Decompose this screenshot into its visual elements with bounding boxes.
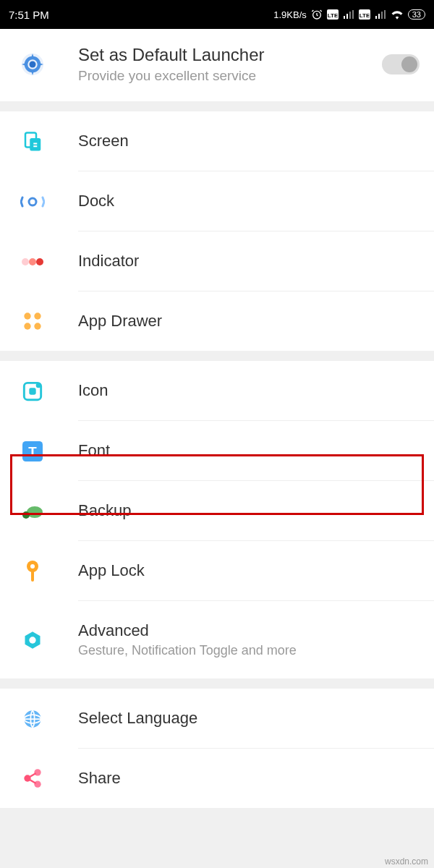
settings-item-icon[interactable]: Icon bbox=[0, 361, 434, 421]
share-icon bbox=[19, 768, 46, 788]
settings-item-select-language[interactable]: Select Language bbox=[0, 689, 434, 749]
svg-point-26 bbox=[30, 564, 35, 569]
header-section: Set as Default Launcher Provide you exce… bbox=[0, 29, 434, 101]
row-label: Font bbox=[78, 441, 434, 460]
font-icon: T bbox=[19, 441, 46, 461]
svg-point-7 bbox=[30, 61, 36, 68]
svg-point-13 bbox=[36, 258, 43, 265]
app-drawer-icon bbox=[19, 311, 46, 331]
svg-rect-16 bbox=[24, 323, 30, 329]
status-bar: 7:51 PM 1.9KB/s LTE LTE 33 bbox=[0, 0, 434, 29]
row-label: Screen bbox=[78, 132, 434, 150]
default-launcher-toggle[interactable] bbox=[382, 54, 420, 75]
row-label: Share bbox=[78, 769, 434, 788]
data-rate-label: 1.9KB/s bbox=[273, 9, 307, 20]
wifi-icon bbox=[391, 9, 404, 20]
header-subtitle: Provide you excellent service bbox=[78, 68, 382, 84]
status-time: 7:51 PM bbox=[9, 9, 49, 21]
settings-item-font[interactable]: T Font bbox=[0, 421, 434, 481]
group-3: Select Language Share bbox=[0, 689, 434, 808]
globe-icon bbox=[19, 709, 46, 729]
svg-rect-9 bbox=[30, 138, 41, 151]
volte-icon-2: LTE bbox=[359, 9, 370, 20]
advanced-icon bbox=[19, 630, 46, 650]
alarm-icon bbox=[311, 9, 323, 20]
svg-point-29 bbox=[29, 637, 35, 643]
icon-setting-icon bbox=[19, 381, 46, 401]
row-label: Dock bbox=[78, 192, 434, 210]
row-label: Icon bbox=[78, 381, 434, 400]
row-label: Indicator bbox=[78, 252, 434, 271]
svg-text:T: T bbox=[28, 444, 37, 459]
battery-indicator: 33 bbox=[408, 9, 425, 20]
row-subtitle: Gesture, Notification Toggle and more bbox=[78, 643, 434, 658]
settings-item-screen[interactable]: Screen bbox=[0, 111, 434, 171]
settings-item-dock[interactable]: Dock bbox=[0, 171, 434, 231]
default-launcher-row[interactable]: Set as Default Launcher Provide you exce… bbox=[0, 29, 434, 101]
svg-point-10 bbox=[29, 198, 36, 205]
svg-point-20 bbox=[36, 383, 41, 388]
screen-icon bbox=[19, 131, 46, 153]
signal-icon-1 bbox=[343, 9, 354, 20]
svg-point-32 bbox=[34, 769, 41, 775]
row-label: App Drawer bbox=[78, 312, 434, 331]
settings-item-app-lock[interactable]: App Lock bbox=[0, 541, 434, 601]
svg-rect-14 bbox=[24, 312, 30, 319]
row-label: Backup bbox=[78, 501, 434, 520]
row-label: App Lock bbox=[78, 561, 434, 580]
settings-item-advanced[interactable]: Advanced Gesture, Notification Toggle an… bbox=[0, 601, 434, 678]
watermark: wsxdn.com bbox=[385, 856, 428, 867]
settings-item-backup[interactable]: Backup bbox=[0, 481, 434, 541]
svg-point-11 bbox=[22, 258, 29, 265]
volte-icon-1: LTE bbox=[327, 9, 339, 20]
svg-rect-27 bbox=[31, 569, 34, 582]
backup-icon bbox=[19, 503, 46, 519]
svg-point-12 bbox=[29, 258, 36, 265]
gear-icon bbox=[19, 51, 46, 77]
group-2: Icon T Font Backup App Lock Advanced Ges… bbox=[0, 361, 434, 678]
status-indicators: 1.9KB/s LTE LTE 33 bbox=[273, 9, 425, 20]
settings-item-share[interactable]: Share bbox=[0, 749, 434, 808]
row-label: Advanced bbox=[78, 621, 434, 640]
header-title: Set as Default Launcher bbox=[78, 45, 382, 65]
dock-icon bbox=[19, 195, 46, 208]
svg-rect-17 bbox=[34, 323, 41, 329]
svg-text:LTE: LTE bbox=[327, 12, 338, 19]
svg-point-24 bbox=[22, 511, 30, 519]
svg-text:LTE: LTE bbox=[359, 12, 370, 19]
svg-rect-19 bbox=[29, 388, 35, 394]
row-label: Select Language bbox=[78, 709, 434, 728]
indicator-icon bbox=[19, 255, 46, 268]
lock-icon bbox=[19, 560, 46, 583]
settings-item-indicator[interactable]: Indicator bbox=[0, 231, 434, 292]
group-1: Screen Dock Indicator App Drawer bbox=[0, 111, 434, 351]
settings-item-app-drawer[interactable]: App Drawer bbox=[0, 292, 434, 351]
svg-point-34 bbox=[34, 781, 41, 788]
svg-rect-15 bbox=[34, 312, 41, 319]
signal-icon-2 bbox=[375, 9, 386, 20]
